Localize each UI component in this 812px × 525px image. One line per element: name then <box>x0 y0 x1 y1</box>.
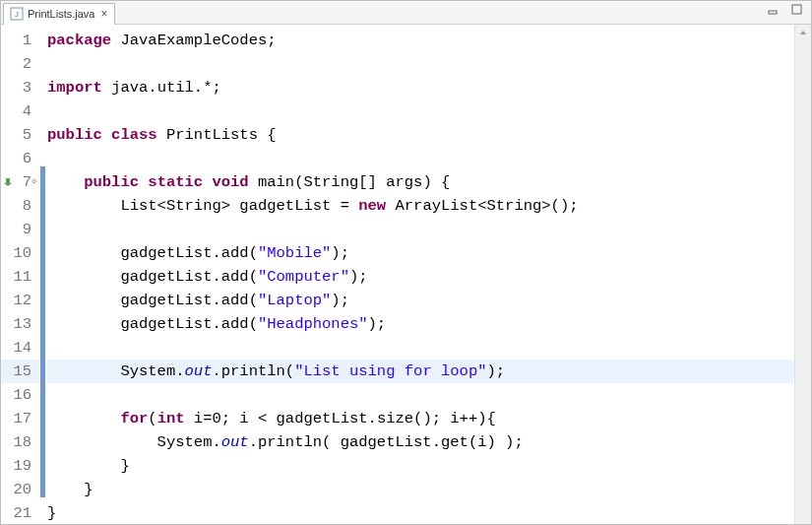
svg-rect-2 <box>769 11 777 14</box>
line-number: 21 <box>1 501 39 525</box>
code-token: System. <box>47 362 185 380</box>
code-token: System. <box>47 433 221 451</box>
line-number: 20 <box>1 478 39 501</box>
code-line[interactable] <box>47 383 811 407</box>
code-token <box>47 410 120 427</box>
minimize-button[interactable] <box>766 3 781 17</box>
line-number: 7◦ <box>1 170 39 194</box>
line-number-gutter: 1234567◦89101112131415161718192021 <box>1 25 40 524</box>
code-token: out <box>221 433 249 451</box>
line-number: 16 <box>1 383 39 407</box>
code-line[interactable]: System.out.println( gadgetList.get(i) ); <box>47 430 811 454</box>
code-line[interactable]: public class PrintLists { <box>47 123 811 147</box>
code-token: ); <box>368 315 387 333</box>
line-number: 13 <box>1 312 39 336</box>
code-token: ); <box>349 268 368 286</box>
line-number: 14 <box>1 336 39 360</box>
code-line[interactable]: package JavaExampleCodes; <box>47 29 811 52</box>
code-token: gadgetList.add( <box>47 268 258 286</box>
code-line[interactable]: List<String> gadgetList = new ArrayList<… <box>47 194 811 218</box>
line-number: 10 <box>1 241 39 265</box>
code-token: ); <box>331 244 349 262</box>
code-token: ( <box>148 410 156 427</box>
code-token: gadgetList.add( <box>47 315 258 333</box>
code-line[interactable]: } <box>47 501 811 525</box>
code-token: "List using for loop" <box>294 362 486 380</box>
code-line[interactable]: gadgetList.add("Computer"); <box>47 265 811 289</box>
code-line[interactable]: import java.util.*; <box>47 76 811 99</box>
code-line[interactable]: System.out.println("List using for loop"… <box>47 360 811 383</box>
editor-tab-bar: J PrintLists.java × <box>1 1 811 25</box>
code-line[interactable] <box>47 336 811 360</box>
code-token: List<String> gadgetList = <box>47 197 358 215</box>
code-token: ); <box>487 362 506 380</box>
code-token: JavaExampleCodes; <box>120 32 276 49</box>
line-number: 5 <box>1 123 39 147</box>
code-token: } <box>47 481 94 498</box>
line-number: 4 <box>1 99 39 123</box>
code-token: ArrayList<String>(); <box>395 197 578 215</box>
code-token: "Headphones" <box>258 315 368 333</box>
code-token: import <box>47 79 111 97</box>
code-editor[interactable]: 1234567◦89101112131415161718192021 packa… <box>1 25 811 524</box>
vertical-scrollbar[interactable] <box>794 25 811 524</box>
line-number: 3 <box>1 76 39 99</box>
line-number: 8 <box>1 194 39 218</box>
code-token: package <box>47 32 120 49</box>
code-token: PrintLists { <box>166 126 277 144</box>
code-token: public class <box>47 126 166 144</box>
tab-filename: PrintLists.java <box>28 8 94 20</box>
line-number: 2 <box>1 52 39 76</box>
code-token: out <box>185 362 213 380</box>
code-token: ); <box>331 292 349 309</box>
line-number: 11 <box>1 265 39 289</box>
code-line[interactable]: public static void main(String[] args) { <box>47 170 811 194</box>
line-number: 12 <box>1 289 39 312</box>
scroll-up-arrow[interactable] <box>796 25 811 39</box>
code-line[interactable]: gadgetList.add("Laptop"); <box>47 289 811 312</box>
code-token: i=0; i < gadgetList.size(); i++){ <box>194 410 496 427</box>
maximize-button[interactable] <box>789 3 805 17</box>
window-controls <box>766 3 805 17</box>
code-token <box>47 173 84 191</box>
code-area[interactable]: package JavaExampleCodes; import java.ut… <box>45 25 811 524</box>
line-number: 18 <box>1 430 39 454</box>
line-number: 9 <box>1 218 39 241</box>
code-line[interactable] <box>47 99 811 123</box>
code-token: "Computer" <box>258 268 349 286</box>
code-token: main(String[] args) { <box>258 173 450 191</box>
code-line[interactable] <box>47 52 811 76</box>
code-line[interactable] <box>47 147 811 170</box>
line-number: 17 <box>1 407 39 430</box>
svg-rect-3 <box>792 5 801 14</box>
code-token: "Laptop" <box>258 292 331 309</box>
code-token: for <box>120 410 148 427</box>
code-token: } <box>47 457 130 475</box>
editor-tab[interactable]: J PrintLists.java × <box>3 3 115 25</box>
code-token: java.util.*; <box>111 79 221 97</box>
code-line[interactable]: } <box>47 454 811 478</box>
code-line[interactable]: gadgetList.add("Headphones"); <box>47 312 811 336</box>
line-number: 1 <box>1 29 39 52</box>
code-token: .println( <box>212 362 294 380</box>
code-token: gadgetList.add( <box>47 244 258 262</box>
code-token: public static void <box>84 173 258 191</box>
code-line[interactable]: } <box>47 478 811 501</box>
code-token: int <box>157 410 194 427</box>
java-file-icon: J <box>10 7 24 21</box>
line-number: 15 <box>1 360 39 383</box>
code-token: "Mobile" <box>258 244 331 262</box>
code-token: .println( gadgetList.get(i) ); <box>249 433 524 451</box>
line-number: 19 <box>1 454 39 478</box>
code-line[interactable]: gadgetList.add("Mobile"); <box>47 241 811 265</box>
line-number: 6 <box>1 147 39 170</box>
svg-text:J: J <box>15 10 19 19</box>
code-token: new <box>358 197 395 215</box>
code-token: } <box>47 504 56 522</box>
code-token: gadgetList.add( <box>47 292 258 309</box>
code-line[interactable] <box>47 218 811 241</box>
code-line[interactable]: for(int i=0; i < gadgetList.size(); i++)… <box>47 407 811 430</box>
close-tab-icon[interactable]: × <box>100 7 107 21</box>
